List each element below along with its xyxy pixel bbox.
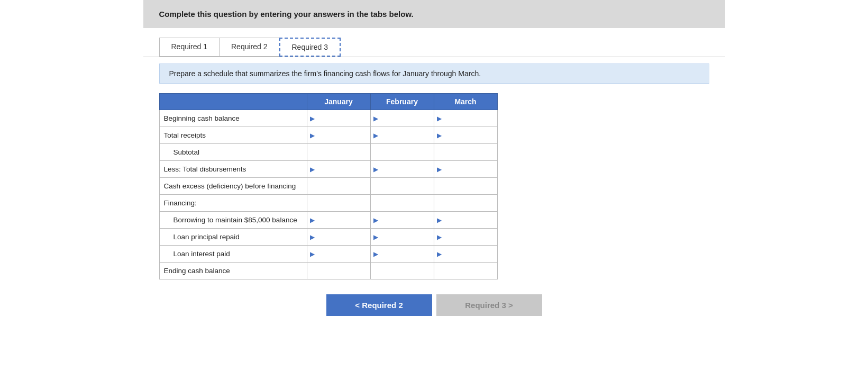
input-january[interactable]	[307, 263, 370, 279]
input-cell-february[interactable]	[370, 178, 434, 195]
input-cell-january[interactable]: ▶	[307, 212, 370, 229]
table-row: Financing:	[159, 195, 497, 212]
input-february[interactable]	[371, 195, 434, 211]
page-wrapper: Complete this question by entering your …	[143, 0, 725, 316]
row-label: Loan interest paid	[159, 246, 307, 263]
col-header-march: March	[434, 94, 497, 110]
input-march[interactable]	[434, 178, 497, 194]
input-cell-march[interactable]: ▶	[434, 212, 497, 229]
input-january[interactable]	[307, 178, 370, 194]
row-label: Cash excess (deficiency) before financin…	[159, 178, 307, 195]
input-cell-february[interactable]: ▶	[370, 161, 434, 178]
input-cell-january[interactable]: ▶	[307, 161, 370, 178]
row-label: Subtotal	[159, 144, 307, 161]
row-label: Borrowing to maintain $85,000 balance	[159, 212, 307, 229]
input-february[interactable]	[371, 145, 434, 160]
input-cell-february[interactable]	[370, 195, 434, 212]
header-title: Complete this question by entering your …	[159, 10, 414, 19]
next-button[interactable]: Required 3	[436, 294, 542, 316]
input-cell-february[interactable]: ▶	[370, 246, 434, 263]
header-banner: Complete this question by entering your …	[143, 0, 725, 28]
input-march[interactable]	[434, 212, 497, 228]
input-cell-january[interactable]	[307, 195, 370, 212]
col-header-label	[159, 94, 307, 110]
row-label: Ending cash balance	[159, 263, 307, 279]
input-cell-january[interactable]	[307, 263, 370, 279]
input-february[interactable]	[371, 178, 434, 194]
input-cell-march[interactable]	[434, 178, 497, 195]
input-cell-february[interactable]: ▶	[370, 127, 434, 144]
input-february[interactable]	[371, 161, 434, 177]
buttons-row: Required 2 Required 3	[159, 294, 709, 316]
input-cell-march[interactable]	[434, 263, 497, 279]
instruction-text: Prepare a schedule that summarizes the f…	[169, 69, 481, 78]
input-cell-march[interactable]: ▶	[434, 246, 497, 263]
row-label: Financing:	[159, 195, 307, 212]
table-row: Cash excess (deficiency) before financin…	[159, 178, 497, 195]
table-row: Ending cash balance	[159, 263, 497, 279]
input-january[interactable]	[307, 145, 370, 160]
table-section: January February March Beginning cash ba…	[159, 93, 709, 279]
row-label: Total receipts	[159, 127, 307, 144]
row-label: Less: Total disbursements	[159, 161, 307, 178]
input-cell-march[interactable]: ▶	[434, 127, 497, 144]
table-row: Less: Total disbursements▶▶▶	[159, 161, 497, 178]
instruction-bar: Prepare a schedule that summarizes the f…	[159, 64, 709, 84]
input-march[interactable]	[434, 246, 497, 262]
col-header-february: February	[370, 94, 434, 110]
input-january[interactable]	[307, 246, 370, 262]
input-cell-march[interactable]	[434, 195, 497, 212]
input-cell-february[interactable]	[370, 144, 434, 161]
input-cell-march[interactable]	[434, 144, 497, 161]
input-cell-january[interactable]: ▶	[307, 229, 370, 246]
input-march[interactable]	[434, 263, 497, 279]
table-row: Borrowing to maintain $85,000 balance▶▶▶	[159, 212, 497, 229]
input-january[interactable]	[307, 161, 370, 177]
tab-required1[interactable]: Required 1	[159, 38, 220, 57]
input-march[interactable]	[434, 195, 497, 211]
row-label: Loan principal repaid	[159, 229, 307, 246]
input-february[interactable]	[371, 212, 434, 228]
input-february[interactable]	[371, 111, 434, 127]
input-cell-january[interactable]: ▶	[307, 127, 370, 144]
tabs-section: Required 1 Required 2 Required 3	[143, 28, 725, 57]
input-january[interactable]	[307, 212, 370, 228]
input-march[interactable]	[434, 229, 497, 245]
input-january[interactable]	[307, 195, 370, 211]
input-february[interactable]	[371, 128, 434, 143]
table-row: Loan principal repaid▶▶▶	[159, 229, 497, 246]
table-row: Subtotal	[159, 144, 497, 161]
input-cell-january[interactable]: ▶	[307, 110, 370, 127]
input-cell-march[interactable]: ▶	[434, 229, 497, 246]
input-january[interactable]	[307, 111, 370, 127]
col-header-january: January	[307, 94, 370, 110]
prev-button[interactable]: Required 2	[326, 294, 432, 316]
input-february[interactable]	[371, 229, 434, 245]
input-march[interactable]	[434, 128, 497, 143]
input-cell-january[interactable]	[307, 144, 370, 161]
input-cell-january[interactable]: ▶	[307, 246, 370, 263]
row-label: Beginning cash balance	[159, 110, 307, 127]
input-cell-february[interactable]: ▶	[370, 110, 434, 127]
input-january[interactable]	[307, 229, 370, 245]
table-row: Beginning cash balance▶▶▶	[159, 110, 497, 127]
input-february[interactable]	[371, 246, 434, 262]
input-march[interactable]	[434, 145, 497, 160]
table-row: Loan interest paid▶▶▶	[159, 246, 497, 263]
input-january[interactable]	[307, 128, 370, 143]
table-row: Total receipts▶▶▶	[159, 127, 497, 144]
input-cell-february[interactable]: ▶	[370, 212, 434, 229]
input-march[interactable]	[434, 161, 497, 177]
tab-required3[interactable]: Required 3	[279, 38, 341, 57]
cash-flow-table: January February March Beginning cash ba…	[159, 93, 498, 279]
input-cell-february[interactable]: ▶	[370, 229, 434, 246]
input-cell-march[interactable]: ▶	[434, 161, 497, 178]
tab-required2[interactable]: Required 2	[219, 38, 280, 57]
input-cell-january[interactable]	[307, 178, 370, 195]
input-march[interactable]	[434, 111, 497, 127]
input-february[interactable]	[371, 263, 434, 279]
input-cell-march[interactable]: ▶	[434, 110, 497, 127]
input-cell-february[interactable]	[370, 263, 434, 279]
